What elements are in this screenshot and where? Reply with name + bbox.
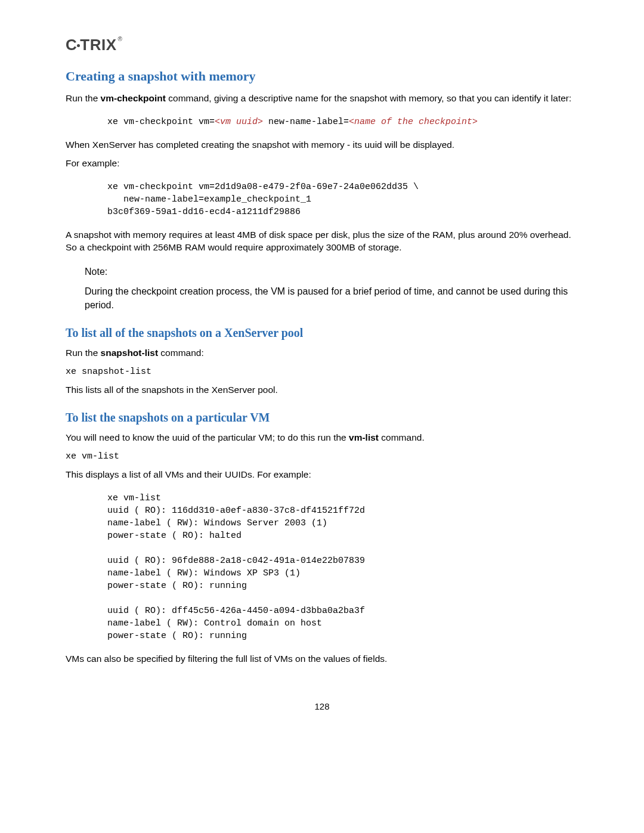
code-snapshot-list: xe snapshot-list — [66, 366, 578, 378]
code-placeholder-uuid: <vm uuid> — [215, 117, 263, 127]
page-container: CTRIX® Creating a snapshot with memory R… — [0, 0, 644, 833]
cmd-vm-checkpoint: vm-checkpoint — [101, 93, 166, 103]
code-text: new-name-label= — [263, 117, 349, 127]
note-label: Note: — [85, 265, 578, 278]
code-placeholder-name: <name of the checkpoint> — [349, 117, 478, 127]
text: Run the — [66, 348, 101, 358]
text: command: — [158, 348, 204, 358]
paragraph-disk-space: A snapshot with memory requires at least… — [66, 229, 578, 254]
text: command. — [379, 432, 425, 442]
code-vm-list-output: xe vm-list uuid ( RO): 116dd310-a0ef-a83… — [107, 492, 578, 642]
cmd-snapshot-list: snapshot-list — [101, 348, 158, 358]
text: Run the — [66, 93, 101, 103]
registered-mark: ® — [118, 36, 123, 42]
paragraph-run-checkpoint: Run the vm-checkpoint command, giving a … — [66, 92, 578, 105]
paragraph-uuid-displayed: When XenServer has completed creating th… — [66, 139, 578, 151]
paragraph-lists-snapshots: This lists all of the snapshots in the X… — [66, 384, 578, 397]
heading-list-all-snapshots: To list all of the snapshots on a XenSer… — [66, 326, 578, 340]
code-vm-list: xe vm-list — [66, 450, 578, 463]
note-block: Note: During the checkpoint creation pro… — [85, 265, 578, 312]
cmd-vm-list: vm-list — [349, 432, 379, 442]
heading-list-vm-snapshots: To list the snapshots on a particular VM — [66, 411, 578, 425]
paragraph-need-uuid: You will need to know the uuid of the pa… — [66, 432, 578, 444]
text: You will need to know the uuid of the pa… — [66, 432, 349, 442]
page-number: 128 — [66, 701, 578, 711]
code-checkpoint-example: xe vm-checkpoint vm=2d1d9a08-e479-2f0a-6… — [107, 181, 578, 218]
code-text: xe vm-checkpoint vm= — [107, 117, 215, 127]
paragraph-filter-vms: VMs can also be specified by filtering t… — [66, 653, 578, 665]
paragraph-run-snapshot-list: Run the snapshot-list command: — [66, 347, 578, 360]
note-body: During the checkpoint creation process, … — [85, 284, 578, 312]
paragraph-for-example: For example: — [66, 157, 578, 170]
logo-dot-icon — [77, 44, 80, 47]
code-checkpoint-syntax: xe vm-checkpoint vm=<vm uuid> new-name-l… — [107, 116, 578, 128]
citrix-logo: CTRIX® — [66, 36, 578, 54]
text: command, giving a descriptive name for t… — [166, 93, 571, 103]
heading-creating-snapshot: Creating a snapshot with memory — [66, 69, 578, 84]
paragraph-displays-vms: This displays a list of all VMs and thei… — [66, 469, 578, 481]
